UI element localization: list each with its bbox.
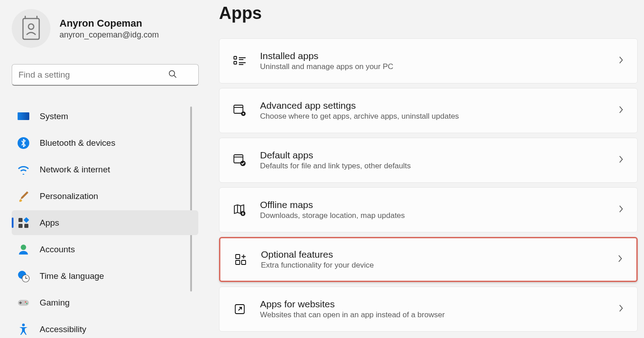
nav-label: Gaming [40,298,70,308]
svg-point-15 [26,303,27,304]
card-desc: Uninstall and manage apps on your PC [260,62,605,71]
card-text: Apps for websites Websites that can open… [260,299,605,319]
paintbrush-icon [17,190,30,203]
card-text: Installed apps Uninstall and manage apps… [260,51,605,71]
main-content: Apps Installed apps Uninstall and manage… [207,0,644,338]
card-desc: Websites that can open in an app instead… [260,310,605,319]
svg-rect-7 [23,217,29,223]
system-icon [17,110,30,123]
wifi-icon [17,163,30,176]
svg-rect-8 [18,224,23,228]
sidebar: Anyron Copeman anyron_copeman@idg.com Sy… [0,0,207,338]
app-gear-icon [233,104,247,117]
accessibility-icon [17,323,30,336]
window-check-icon [233,153,247,167]
nav-label: Accessibility [40,324,86,334]
chevron-right-icon [618,105,624,116]
card-text: Optional features Extra functionality fo… [261,249,604,270]
nav-item-bluetooth[interactable]: Bluetooth & devices [12,130,198,155]
card-optional-features[interactable]: Optional features Extra functionality fo… [219,237,638,282]
card-title: Advanced app settings [260,100,605,111]
search-wrapper [12,64,198,86]
grid-plus-icon [234,253,247,266]
nav-label: Personalization [40,191,98,201]
chevron-right-icon [618,56,624,66]
svg-point-2 [169,71,175,76]
svg-point-14 [25,301,26,302]
apps-icon [17,217,30,229]
nav-item-time[interactable]: Time & language [12,264,198,288]
profile-email: anyron_copeman@idg.com [59,30,159,40]
nav-item-gaming[interactable]: Gaming [12,290,198,315]
search-icon[interactable] [169,70,177,80]
profile-block[interactable]: Anyron Copeman anyron_copeman@idg.com [12,5,198,48]
external-link-icon [233,302,247,316]
svg-rect-19 [234,105,243,113]
svg-point-16 [22,324,25,326]
nav-item-system[interactable]: System [12,104,198,129]
svg-rect-4 [18,112,29,120]
card-apps-for-websites[interactable]: Apps for websites Websites that can open… [219,287,638,332]
nav-item-accounts[interactable]: Accounts [12,237,198,262]
card-installed-apps[interactable]: Installed apps Uninstall and manage apps… [219,38,638,83]
card-title: Offline maps [260,199,605,210]
card-text: Offline maps Downloads, storage location… [260,199,605,220]
nav-label: Network & internet [40,165,110,175]
nav-label: Accounts [40,245,75,255]
chevron-right-icon [618,304,624,315]
svg-point-10 [21,245,26,250]
svg-rect-25 [236,255,240,259]
nav-list: System Bluetooth & devices Network & int… [12,104,198,338]
card-desc: Extra functionality for your device [261,261,604,270]
card-offline-maps[interactable]: Offline maps Downloads, storage location… [219,187,638,232]
nav-label: System [40,111,68,121]
nav-label: Bluetooth & devices [40,138,115,148]
card-text: Default apps Defaults for file and link … [260,150,605,171]
card-title: Optional features [261,249,604,260]
card-title: Default apps [260,150,605,161]
map-download-icon [233,203,247,217]
nav-item-personalization[interactable]: Personalization [12,184,198,208]
svg-rect-27 [242,260,246,264]
page-title: Apps [219,4,638,23]
svg-rect-9 [24,224,28,228]
nav-item-accessibility[interactable]: Accessibility [12,317,198,338]
chevron-right-icon [618,155,624,166]
clock-globe-icon [17,270,30,282]
svg-rect-26 [236,260,240,264]
nav-item-apps[interactable]: Apps [12,210,198,235]
card-desc: Choose where to get apps, archive apps, … [260,112,605,121]
nav-label: Apps [40,218,59,228]
list-icon [233,54,247,68]
profile-text: Anyron Copeman anyron_copeman@idg.com [59,18,159,40]
svg-rect-17 [234,56,237,59]
card-default-apps[interactable]: Default apps Defaults for file and link … [219,138,638,183]
card-advanced-settings[interactable]: Advanced app settings Choose where to ge… [219,88,638,133]
card-desc: Downloads, storage location, map updates [260,211,605,220]
accounts-icon [17,243,30,256]
profile-name: Anyron Copeman [59,18,159,29]
card-title: Apps for websites [260,299,605,310]
svg-point-1 [28,24,34,29]
nav-label: Time & language [40,271,104,281]
svg-point-21 [242,113,244,114]
card-text: Advanced app settings Choose where to ge… [260,100,605,121]
chevron-right-icon [618,204,624,215]
card-desc: Defaults for file and link types, other … [260,162,605,171]
settings-cards: Installed apps Uninstall and manage apps… [219,38,638,332]
avatar [12,9,50,48]
chevron-right-icon [617,254,623,265]
gamepad-icon [17,296,30,309]
bluetooth-icon [17,137,30,149]
svg-rect-6 [18,218,23,222]
nav-item-network[interactable]: Network & internet [12,157,198,182]
svg-rect-18 [234,61,237,64]
card-title: Installed apps [260,51,605,61]
